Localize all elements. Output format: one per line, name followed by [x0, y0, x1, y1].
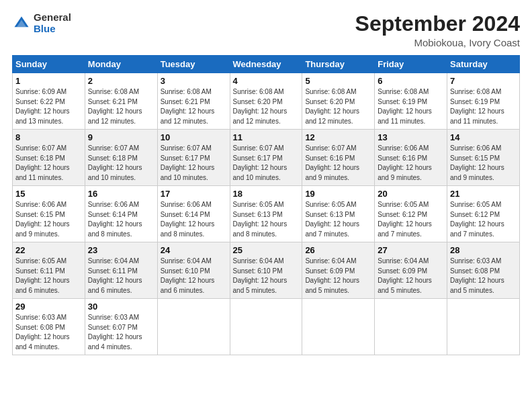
logo-general: General: [34, 11, 71, 23]
day-info: Sunrise: 6:07 AM Sunset: 6:18 PM Dayligh…: [15, 144, 82, 183]
calendar-cell: 8Sunrise: 6:07 AM Sunset: 6:18 PM Daylig…: [13, 130, 85, 186]
calendar-week-1: 1Sunrise: 6:09 AM Sunset: 6:22 PM Daylig…: [13, 73, 520, 130]
day-info: Sunrise: 6:06 AM Sunset: 6:16 PM Dayligh…: [378, 144, 444, 183]
calendar-cell: 30Sunrise: 6:03 AM Sunset: 6:07 PM Dayli…: [85, 299, 157, 355]
calendar-cell: 17Sunrise: 6:06 AM Sunset: 6:14 PM Dayli…: [157, 186, 230, 242]
day-info: Sunrise: 6:08 AM Sunset: 6:21 PM Dayligh…: [161, 87, 227, 126]
calendar-cell: 22Sunrise: 6:05 AM Sunset: 6:11 PM Dayli…: [13, 242, 85, 299]
day-info: Sunrise: 6:09 AM Sunset: 6:22 PM Dayligh…: [15, 87, 82, 126]
day-number: 28: [450, 245, 517, 255]
day-number: 4: [233, 76, 300, 86]
calendar-cell: [230, 299, 302, 355]
col-wednesday: Wednesday: [230, 56, 302, 73]
day-number: 6: [378, 76, 444, 86]
day-number: 15: [15, 189, 82, 199]
day-number: 22: [15, 245, 82, 255]
calendar-cell: 1Sunrise: 6:09 AM Sunset: 6:22 PM Daylig…: [13, 73, 85, 130]
calendar-cell: 19Sunrise: 6:05 AM Sunset: 6:13 PM Dayli…: [302, 186, 375, 242]
day-number: 26: [305, 245, 371, 255]
col-saturday: Saturday: [447, 56, 520, 73]
calendar-week-4: 22Sunrise: 6:05 AM Sunset: 6:11 PM Dayli…: [13, 242, 520, 299]
calendar-cell: 3Sunrise: 6:08 AM Sunset: 6:21 PM Daylig…: [157, 73, 230, 130]
calendar-cell: 23Sunrise: 6:04 AM Sunset: 6:11 PM Dayli…: [85, 242, 157, 299]
day-info: Sunrise: 6:06 AM Sunset: 6:14 PM Dayligh…: [88, 200, 154, 239]
day-info: Sunrise: 6:04 AM Sunset: 6:09 PM Dayligh…: [305, 257, 371, 295]
day-info: Sunrise: 6:04 AM Sunset: 6:09 PM Dayligh…: [378, 257, 444, 295]
day-number: 8: [15, 132, 82, 142]
calendar-cell: 25Sunrise: 6:04 AM Sunset: 6:10 PM Dayli…: [230, 242, 302, 299]
day-number: 25: [233, 245, 300, 255]
calendar-cell: 15Sunrise: 6:06 AM Sunset: 6:15 PM Dayli…: [13, 186, 85, 242]
calendar-cell: [447, 299, 520, 355]
day-number: 17: [161, 189, 227, 199]
col-friday: Friday: [375, 56, 447, 73]
day-info: Sunrise: 6:05 AM Sunset: 6:12 PM Dayligh…: [450, 200, 517, 239]
calendar-cell: 6Sunrise: 6:08 AM Sunset: 6:19 PM Daylig…: [375, 73, 447, 130]
col-sunday: Sunday: [13, 56, 85, 73]
day-info: Sunrise: 6:05 AM Sunset: 6:13 PM Dayligh…: [233, 200, 300, 239]
calendar-cell: 9Sunrise: 6:07 AM Sunset: 6:18 PM Daylig…: [85, 130, 157, 186]
header: General Blue September 2024 Mobiokoua, I…: [12, 12, 520, 48]
day-info: Sunrise: 6:05 AM Sunset: 6:11 PM Dayligh…: [15, 257, 82, 295]
logo-icon: [12, 14, 31, 33]
calendar-cell: [375, 299, 447, 355]
calendar-cell: 10Sunrise: 6:07 AM Sunset: 6:17 PM Dayli…: [157, 130, 230, 186]
title-block: September 2024 Mobiokoua, Ivory Coast: [355, 12, 520, 48]
calendar-cell: 27Sunrise: 6:04 AM Sunset: 6:09 PM Dayli…: [375, 242, 447, 299]
day-number: 30: [88, 302, 154, 312]
calendar-cell: 4Sunrise: 6:08 AM Sunset: 6:20 PM Daylig…: [230, 73, 302, 130]
page: General Blue September 2024 Mobiokoua, I…: [0, 0, 532, 362]
logo-text: General Blue: [34, 12, 71, 34]
calendar-cell: 24Sunrise: 6:04 AM Sunset: 6:10 PM Dayli…: [157, 242, 230, 299]
calendar-cell: 21Sunrise: 6:05 AM Sunset: 6:12 PM Dayli…: [447, 186, 520, 242]
day-number: 24: [161, 245, 227, 255]
col-tuesday: Tuesday: [157, 56, 230, 73]
day-number: 13: [378, 132, 444, 142]
calendar-week-3: 15Sunrise: 6:06 AM Sunset: 6:15 PM Dayli…: [13, 186, 520, 242]
day-info: Sunrise: 6:07 AM Sunset: 6:18 PM Dayligh…: [88, 144, 154, 183]
day-number: 20: [378, 189, 444, 199]
day-info: Sunrise: 6:06 AM Sunset: 6:14 PM Dayligh…: [161, 200, 227, 239]
calendar-week-2: 8Sunrise: 6:07 AM Sunset: 6:18 PM Daylig…: [13, 130, 520, 186]
header-row: Sunday Monday Tuesday Wednesday Thursday…: [13, 56, 520, 73]
calendar-cell: 16Sunrise: 6:06 AM Sunset: 6:14 PM Dayli…: [85, 186, 157, 242]
location: Mobiokoua, Ivory Coast: [355, 37, 520, 48]
calendar-cell: 5Sunrise: 6:08 AM Sunset: 6:20 PM Daylig…: [302, 73, 375, 130]
calendar-cell: 29Sunrise: 6:03 AM Sunset: 6:08 PM Dayli…: [13, 299, 85, 355]
day-info: Sunrise: 6:04 AM Sunset: 6:11 PM Dayligh…: [88, 257, 154, 295]
day-info: Sunrise: 6:07 AM Sunset: 6:16 PM Dayligh…: [305, 144, 371, 183]
day-info: Sunrise: 6:07 AM Sunset: 6:17 PM Dayligh…: [161, 144, 227, 183]
day-number: 27: [378, 245, 444, 255]
logo-blue: Blue: [34, 23, 56, 34]
day-number: 1: [15, 76, 82, 86]
day-number: 12: [305, 132, 371, 142]
calendar-cell: 7Sunrise: 6:08 AM Sunset: 6:19 PM Daylig…: [447, 73, 520, 130]
day-info: Sunrise: 6:08 AM Sunset: 6:21 PM Dayligh…: [88, 87, 154, 126]
month-title: September 2024: [355, 12, 520, 36]
day-info: Sunrise: 6:03 AM Sunset: 6:08 PM Dayligh…: [450, 257, 517, 295]
day-number: 2: [88, 76, 154, 86]
col-thursday: Thursday: [302, 56, 375, 73]
col-monday: Monday: [85, 56, 157, 73]
day-info: Sunrise: 6:08 AM Sunset: 6:19 PM Dayligh…: [450, 87, 517, 126]
calendar-cell: 11Sunrise: 6:07 AM Sunset: 6:17 PM Dayli…: [230, 130, 302, 186]
day-number: 29: [15, 302, 82, 312]
calendar-cell: 18Sunrise: 6:05 AM Sunset: 6:13 PM Dayli…: [230, 186, 302, 242]
day-number: 23: [88, 245, 154, 255]
day-number: 19: [305, 189, 371, 199]
day-info: Sunrise: 6:06 AM Sunset: 6:15 PM Dayligh…: [450, 144, 517, 183]
calendar-cell: 14Sunrise: 6:06 AM Sunset: 6:15 PM Dayli…: [447, 130, 520, 186]
day-number: 9: [88, 132, 154, 142]
calendar-cell: 2Sunrise: 6:08 AM Sunset: 6:21 PM Daylig…: [85, 73, 157, 130]
calendar-cell: 20Sunrise: 6:05 AM Sunset: 6:12 PM Dayli…: [375, 186, 447, 242]
day-number: 5: [305, 76, 371, 86]
day-info: Sunrise: 6:04 AM Sunset: 6:10 PM Dayligh…: [233, 257, 300, 295]
day-info: Sunrise: 6:07 AM Sunset: 6:17 PM Dayligh…: [233, 144, 300, 183]
calendar-table: Sunday Monday Tuesday Wednesday Thursday…: [12, 55, 520, 355]
day-number: 14: [450, 132, 517, 142]
day-info: Sunrise: 6:04 AM Sunset: 6:10 PM Dayligh…: [161, 257, 227, 295]
day-number: 11: [233, 132, 300, 142]
day-info: Sunrise: 6:08 AM Sunset: 6:19 PM Dayligh…: [378, 87, 444, 126]
day-number: 16: [88, 189, 154, 199]
day-number: 21: [450, 189, 517, 199]
